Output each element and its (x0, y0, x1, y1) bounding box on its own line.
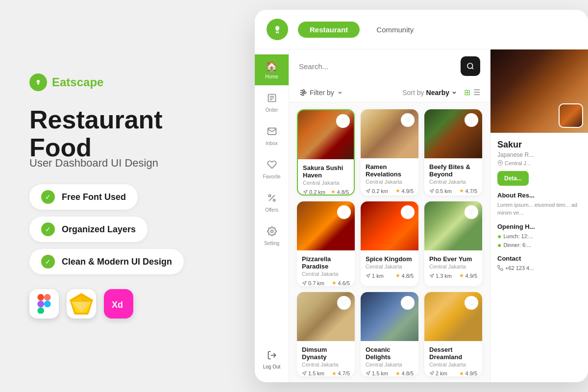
tab-restaurant[interactable]: Restaurant (298, 22, 360, 38)
card-distance: 0.2 km (303, 189, 325, 195)
card-meta: 2 km ★ 4.9/5 (429, 370, 477, 376)
sort-button[interactable]: Sort by Nearby (402, 89, 457, 97)
heart-button[interactable]: ♡ (401, 296, 415, 310)
detail-button[interactable]: Deta... (497, 171, 529, 186)
heart-button[interactable]: ♡ (401, 113, 415, 127)
heart-button[interactable]: ♡ (465, 205, 478, 219)
view-toggle: ⊞ ☰ (464, 88, 480, 97)
card-name: Pho Ever Yum (429, 255, 477, 263)
sidebar-logout[interactable]: Log Out (259, 344, 285, 377)
distance-icon (302, 371, 307, 376)
card-name: Ramen Revelations (366, 163, 414, 178)
heart-button[interactable]: ♡ (337, 205, 351, 219)
heart-button[interactable]: ♡ (465, 113, 478, 127)
filter-bar: Filter by Sort by Nearby (289, 83, 490, 102)
search-input[interactable] (299, 62, 456, 71)
card-distance: 0.5 km (429, 188, 452, 194)
restaurant-card[interactable]: ♡ Dessert Dreamland Central Jakarta 2 km… (424, 292, 482, 376)
detail-title: Sakur (497, 140, 581, 150)
svg-point-25 (273, 199, 275, 201)
distance-icon (429, 371, 434, 376)
card-location: Central Jakarta (302, 271, 350, 277)
card-distance: 0.7 km (302, 280, 324, 286)
card-image: ♡ (424, 292, 482, 341)
svg-line-29 (472, 68, 473, 69)
card-meta: 0.5 km ★ 4.7/5 (429, 188, 477, 194)
star-icon: ★ (459, 188, 464, 194)
restaurant-card[interactable]: ♡ Pho Ever Yum Central Jakarta 1.3 km ★ … (424, 201, 482, 286)
card-meta: 0.7 km ★ 4.6/5 (302, 280, 350, 286)
grid-view-button[interactable]: ⊞ (464, 88, 470, 97)
card-image: ♡ (361, 201, 418, 250)
card-meta: 1 km ★ 4.8/5 (366, 272, 414, 279)
sidebar-item-order[interactable]: Order (255, 87, 289, 119)
star-icon: ★ (459, 272, 464, 279)
sidebar-item-favorite[interactable]: Favorite (255, 154, 289, 185)
top-nav: Restaurant Community (255, 10, 588, 49)
logout-icon (267, 350, 277, 362)
sidebar-label-home: Home (265, 74, 278, 79)
sketch-icon (67, 289, 96, 318)
left-panel: Eatscape Restaurant Food User Dashboard … (0, 54, 255, 338)
feature-label-1: Free Font Used (62, 192, 126, 202)
list-view-button[interactable]: ☰ (473, 88, 480, 97)
detail-hero-image (490, 49, 588, 133)
about-title: About Res... (497, 192, 581, 199)
card-name: Oceanic Delights (366, 346, 414, 361)
card-rating: ★ 4.9/5 (395, 188, 414, 194)
tab-community[interactable]: Community (365, 22, 425, 38)
card-image: ♡ (297, 201, 355, 250)
heart-button[interactable]: ♡ (337, 296, 351, 310)
restaurant-card[interactable]: ♡ Pizzarella Paradise Central Jakarta 0.… (297, 201, 355, 286)
heart-button[interactable]: ♡ (465, 296, 478, 310)
card-rating: ★ 4.6/5 (332, 280, 350, 286)
content-area: Filter by Sort by Nearby (289, 49, 490, 382)
sidebar-item-offers[interactable]: Offers (255, 187, 289, 219)
nav-tabs: Restaurant Community (298, 22, 576, 38)
card-location: Central Jakarta (429, 264, 477, 270)
restaurant-card[interactable]: ♡ Spice Kingdom Central Jakarta 1 km ★ 4… (361, 201, 418, 286)
svg-point-7 (44, 301, 51, 308)
sidebar-item-home[interactable]: 🏠 Home (255, 54, 289, 85)
app-container: Restaurant Community 🏠 Home Ord (255, 10, 588, 382)
restaurant-card[interactable]: ♡ Sakura Sushi Haven Central Jakarta 0.2… (297, 109, 355, 196)
sort-chevron (451, 90, 457, 96)
brand-name: Eatscape (52, 75, 103, 89)
star-icon: ★ (395, 188, 400, 194)
about-text: Lorem ipsum... eiusmod tem... ad minim v… (497, 201, 581, 217)
card-image: ♡ (361, 292, 418, 341)
sidebar: 🏠 Home Order (255, 49, 289, 382)
dinner-hours: ● Dinner: 6:... (497, 241, 581, 249)
filter-chevron (337, 90, 343, 96)
feature-item-2: ✓ Organized Layers (29, 217, 147, 242)
restaurant-card[interactable]: ♡ Ramen Revelations Central Jakarta 0.2 … (361, 109, 418, 196)
card-info: Dimsum Dynasty Central Jakarta 1.5 km ★ … (297, 341, 355, 376)
sort-controls: Sort by Nearby ⊞ ☰ (402, 88, 480, 97)
star-icon: ★ (331, 189, 336, 195)
offers-icon (267, 193, 277, 205)
heart-button[interactable]: ♡ (401, 205, 415, 219)
card-info: Oceanic Delights Central Jakarta 1.5 km … (361, 341, 418, 376)
detail-location: Central J... (497, 160, 581, 166)
main-title: Restaurant Food User Dashboard UI Design (29, 106, 225, 170)
sidebar-item-inbox[interactable]: Inbox (255, 121, 289, 152)
card-distance: 0.2 km (366, 188, 388, 194)
restaurant-card[interactable]: ♡ Dimsum Dynasty Central Jakarta 1.5 km … (297, 292, 355, 376)
feature-item-1: ✓ Free Font Used (29, 184, 138, 210)
card-name: Dessert Dreamland (429, 346, 477, 361)
star-icon: ★ (459, 370, 464, 376)
svg-marker-37 (366, 189, 370, 193)
search-button[interactable] (461, 56, 480, 76)
feature-item-3: ✓ Clean & Modern UI Design (29, 249, 184, 274)
svg-point-24 (269, 195, 270, 196)
check-icon-1: ✓ (41, 190, 55, 204)
filter-button[interactable]: Filter by (299, 89, 402, 97)
restaurant-card[interactable]: ♡ Oceanic Delights Central Jakarta 1.5 k… (361, 292, 418, 376)
card-distance: 1 km (366, 273, 384, 279)
restaurant-card[interactable]: ♡ Beefy Bites & Beyond Central Jakarta 0… (424, 109, 482, 196)
svg-marker-44 (430, 371, 434, 375)
distance-icon (366, 189, 370, 194)
svg-point-28 (467, 63, 473, 69)
sidebar-item-setting[interactable]: Setting (255, 220, 289, 252)
heart-button[interactable]: ♡ (336, 114, 350, 128)
